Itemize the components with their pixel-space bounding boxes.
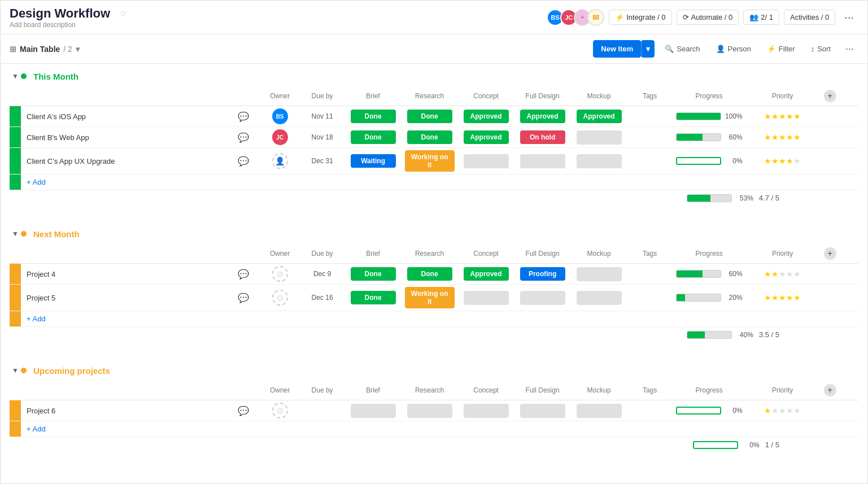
group-toggle-upcoming[interactable]: ▼ — [10, 365, 21, 376]
comment-icon[interactable]: 💬 — [238, 156, 249, 166]
status-badge: Approved — [464, 267, 509, 281]
concept-cell[interactable] — [458, 285, 514, 311]
toolbar-more-button[interactable]: ··· — [841, 41, 858, 57]
activities-button[interactable]: Activities / 0 — [784, 10, 835, 25]
col-research-header: Research — [402, 86, 458, 106]
research-cell[interactable]: Working on it — [402, 285, 458, 311]
concept-cell[interactable] — [458, 148, 514, 175]
mockup-cell[interactable] — [571, 264, 627, 285]
concept-cell[interactable]: Approved — [458, 106, 514, 127]
research-cell[interactable]: Done — [402, 106, 458, 127]
concept-cell[interactable] — [458, 400, 514, 421]
sort-button[interactable]: ↕ Sort — [805, 41, 836, 56]
person-button[interactable]: 👤 Person — [710, 41, 757, 56]
col-due-header: Due by — [300, 86, 345, 106]
item-name: Project 6 — [21, 400, 227, 421]
item-name: Project 4 — [21, 264, 227, 285]
filter-button[interactable]: ⚡ Filter — [761, 41, 801, 56]
add-row-this-month[interactable]: + Add — [10, 175, 858, 190]
mockup-cell[interactable] — [571, 285, 627, 311]
add-column-button-upcoming[interactable]: + — [824, 384, 836, 396]
integrate-button[interactable]: ⚡ Integrate / 0 — [609, 10, 671, 25]
brief-cell[interactable]: Done — [345, 127, 402, 148]
col-brief-header: Brief — [345, 244, 402, 264]
col-fulldesign-header: Full Design — [514, 381, 571, 400]
new-item-button[interactable]: New Item — [593, 40, 641, 58]
research-cell[interactable]: Done — [402, 264, 458, 285]
comment-icon[interactable]: 💬 — [238, 406, 249, 416]
progress-cell: 60% — [673, 127, 746, 148]
section-summary-upcoming: 0% 1 / 5 — [10, 437, 858, 457]
integrate-label: Integrate / 0 — [626, 13, 665, 21]
tags-cell — [627, 285, 673, 311]
priority-cell: ★★★★★ — [746, 264, 819, 285]
group-dot-upcoming — [21, 368, 27, 373]
fulldesign-cell[interactable]: On hold — [514, 127, 571, 148]
add-item-label[interactable]: + Add — [21, 421, 858, 437]
col-fulldesign-header: Full Design — [514, 244, 571, 264]
comment-icon[interactable]: 💬 — [238, 269, 249, 279]
table-row: Project 4 💬 ⊙ Dec 9 Done Done Approved P… — [10, 264, 858, 285]
fulldesign-cell[interactable]: Proofing — [514, 264, 571, 285]
fulldesign-cell[interactable] — [514, 400, 571, 421]
person-placeholder: ⊙ — [272, 266, 288, 282]
mockup-cell[interactable]: Approved — [571, 106, 627, 127]
brief-cell[interactable]: Done — [345, 106, 402, 127]
fulldesign-cell[interactable] — [514, 148, 571, 175]
star-icon[interactable]: ☆ — [119, 8, 127, 19]
progress-fill — [677, 271, 703, 277]
mockup-cell[interactable] — [571, 148, 627, 175]
concept-cell[interactable]: Approved — [458, 127, 514, 148]
group-toggle-next-month[interactable]: ▼ — [10, 228, 21, 239]
concept-cell[interactable]: Approved — [458, 264, 514, 285]
add-row-next-month[interactable]: + Add — [10, 311, 858, 327]
table-count: / 2 — [63, 45, 72, 54]
status-badge: Done — [351, 130, 396, 144]
fulldesign-cell[interactable]: Approved — [514, 106, 571, 127]
header-more-button[interactable]: ··· — [840, 8, 858, 26]
search-button[interactable]: 🔍 Search — [659, 41, 705, 56]
research-cell[interactable]: Working on it — [402, 148, 458, 175]
progress-pct: 100% — [725, 112, 743, 120]
add-item-label[interactable]: + Add — [21, 311, 858, 327]
stars: ★★★★★ — [764, 293, 801, 302]
comment-icon[interactable]: 💬 — [238, 112, 249, 121]
add-column-button-next-month[interactable]: + — [824, 247, 836, 260]
group-toggle-this-month[interactable]: ▼ — [10, 71, 21, 82]
progress-bar — [676, 112, 721, 120]
brief-cell[interactable]: Done — [345, 285, 402, 311]
comment-icon[interactable]: 💬 — [238, 133, 249, 142]
col-comment-header — [227, 86, 260, 106]
add-row-upcoming[interactable]: + Add — [10, 421, 858, 437]
fulldesign-cell[interactable] — [514, 285, 571, 311]
brief-cell[interactable]: Done — [345, 264, 402, 285]
automate-button[interactable]: ⟳ Automate / 0 — [677, 10, 739, 25]
col-add-header[interactable]: + — [819, 381, 858, 400]
table-chevron[interactable]: ▾ — [76, 45, 80, 54]
research-cell[interactable] — [402, 400, 458, 421]
progress-cell: 0% — [673, 148, 746, 175]
status-empty — [577, 130, 622, 145]
status-empty — [407, 404, 452, 418]
main-content: ▼ This Month Owner Due by Brief Research… — [1, 64, 867, 468]
mockup-cell[interactable] — [571, 400, 627, 421]
mockup-cell[interactable] — [571, 127, 627, 148]
research-cell[interactable]: Done — [402, 127, 458, 148]
group-next-month: ▼ Next Month Owner Due by Brief Research… — [10, 221, 858, 347]
section-summary-this-month: 53% 4.7 / 5 — [10, 190, 858, 210]
col-add-header[interactable]: + — [819, 86, 858, 106]
brief-cell[interactable]: Waiting — [345, 148, 402, 175]
col-add-header[interactable]: + — [819, 244, 858, 264]
add-column-button-this-month[interactable]: + — [824, 90, 836, 102]
members-button[interactable]: 👥 2/ 1 — [743, 10, 779, 25]
add-item-label[interactable]: + Add — [21, 175, 858, 190]
avatar-mail: ✉ — [587, 9, 604, 26]
automate-icon: ⟳ — [683, 13, 689, 21]
summary-rating: 1 / 5 — [765, 441, 779, 449]
progress-cell: 60% — [673, 264, 746, 285]
status-badge: Done — [351, 291, 396, 304]
group-upcoming: ▼ Upcoming projects Owner Due by Brief R… — [10, 358, 858, 457]
brief-cell[interactable] — [345, 400, 402, 421]
comment-icon[interactable]: 💬 — [238, 293, 249, 303]
new-item-dropdown-button[interactable]: ▾ — [641, 40, 655, 58]
